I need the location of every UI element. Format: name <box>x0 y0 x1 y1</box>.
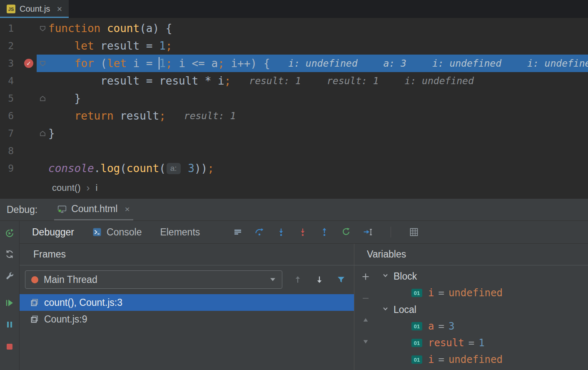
evaluate-expression-icon[interactable] <box>409 228 419 237</box>
add-watch-icon[interactable] <box>361 272 370 281</box>
editor-tab-countjs[interactable]: JS Count.js × <box>0 0 69 18</box>
breadcrumb-item[interactable]: count() <box>52 182 80 193</box>
debug-tab-title: Count.html <box>71 203 117 215</box>
breakpoint-gutter[interactable] <box>21 90 37 107</box>
debug-tool-window: Debug: Count.html × <box>0 199 588 370</box>
inline-debugger-hint: result: 1 <box>327 75 379 86</box>
remove-watch-icon[interactable] <box>361 294 370 303</box>
breadcrumb-item[interactable]: i <box>95 182 97 193</box>
inline-debugger-hint: a: 3 <box>383 58 406 69</box>
code-text: return result; <box>48 110 166 122</box>
refresh-icon[interactable] <box>5 250 14 259</box>
show-execution-point-icon[interactable] <box>233 228 242 237</box>
equals-sign: = <box>468 337 474 349</box>
variable-row[interactable]: 01a=3 <box>376 318 588 335</box>
ide-window: JS Count.js × 1function count(a) {2 let … <box>0 0 588 370</box>
line-number: 4 <box>0 72 21 90</box>
breakpoint-gutter[interactable] <box>21 160 37 177</box>
code-text: function count(a) { <box>48 22 172 35</box>
running-thread-dot-icon <box>31 276 38 283</box>
variable-value: undefined <box>448 287 503 299</box>
breakpoint-gutter[interactable] <box>21 20 37 37</box>
step-over-icon[interactable] <box>255 228 264 237</box>
variable-row[interactable]: 01i=undefined <box>376 285 588 301</box>
line-number: 5 <box>0 90 21 107</box>
pause-icon[interactable] <box>5 320 14 329</box>
debug-config-icon <box>57 205 67 214</box>
force-step-into-icon[interactable] <box>298 228 307 237</box>
drop-frame-icon[interactable] <box>341 228 351 237</box>
toolbar-separator <box>391 227 391 238</box>
debug-window-header: Debug: Count.html × <box>0 199 588 221</box>
variables-body: Block01i=undefinedLocal01a=301result=101… <box>354 265 588 370</box>
code-line-8[interactable]: 8 <box>0 142 588 160</box>
frame-row[interactable]: Count.js:9 <box>20 311 354 328</box>
next-frame-icon[interactable] <box>315 275 324 284</box>
debug-body: Debugger Console Elements <box>0 221 588 370</box>
code-editor[interactable]: 1function count(a) {2 let result = 1;3✓ … <box>0 18 588 177</box>
stack-frame-icon <box>30 315 39 324</box>
editor-tab-title: Count.js <box>20 4 50 14</box>
code-text: console.log(count(a: 3)); <box>48 162 214 175</box>
code-line-2[interactable]: 2 let result = 1; <box>0 37 588 55</box>
fold-start-icon[interactable] <box>37 25 48 32</box>
breakpoint-gutter[interactable] <box>21 107 37 125</box>
tab-close-icon[interactable]: × <box>125 204 130 214</box>
breakpoint-gutter[interactable] <box>21 142 37 160</box>
variable-group-local[interactable]: Local <box>376 301 588 318</box>
move-watch-down-icon[interactable] <box>361 337 370 346</box>
tab-elements[interactable]: Elements <box>160 227 200 238</box>
variable-name: a <box>428 320 434 332</box>
breakpoint-gutter[interactable] <box>21 37 37 55</box>
debug-session-tab[interactable]: Count.html × <box>54 199 133 220</box>
inline-debugger-hint: i: undefined <box>432 58 501 69</box>
breakpoint-icon[interactable]: ✓ <box>21 55 37 72</box>
chevron-down-icon[interactable] <box>382 306 389 314</box>
debug-left-toolbar <box>0 221 20 370</box>
variable-name: result <box>428 337 464 349</box>
breakpoint-gutter[interactable] <box>21 125 37 142</box>
move-watch-up-icon[interactable] <box>361 315 370 325</box>
breakpoint-gutter[interactable] <box>21 72 37 90</box>
variable-group-block[interactable]: Block <box>376 268 588 285</box>
code-text: let result = 1; <box>48 40 172 52</box>
editor-tab-bar: JS Count.js × <box>0 0 588 18</box>
fold-end-icon[interactable] <box>37 130 48 137</box>
code-line-3[interactable]: 3✓ for (let i = 1; i <= a; i++) {i: unde… <box>0 55 588 72</box>
step-into-icon[interactable] <box>277 228 286 237</box>
code-line-1[interactable]: 1function count(a) { <box>0 20 588 37</box>
code-line-5[interactable]: 5 } <box>0 90 588 107</box>
chevron-down-icon[interactable] <box>382 272 389 280</box>
variable-row[interactable]: 01i=undefined <box>376 351 588 368</box>
equals-sign: = <box>438 354 444 365</box>
tab-elements-label: Elements <box>160 227 200 238</box>
previous-frame-icon[interactable] <box>293 275 302 284</box>
stepping-toolbar <box>233 227 419 238</box>
run-to-cursor-icon[interactable] <box>363 228 372 237</box>
code-line-7[interactable]: 7} <box>0 125 588 142</box>
thread-selector[interactable]: Main Thread <box>25 270 282 289</box>
code-line-4[interactable]: 4 result = result * i;result: 1result: 1… <box>0 72 588 90</box>
code-line-6[interactable]: 6 return result;result: 1 <box>0 107 588 125</box>
thread-selector-value: Main Thread <box>44 274 264 285</box>
variable-row[interactable]: 01result=1 <box>376 335 588 351</box>
resume-icon[interactable] <box>5 298 14 308</box>
tab-close-icon[interactable]: × <box>57 5 62 14</box>
parameter-name-hint: a: <box>167 163 181 174</box>
stop-icon[interactable] <box>5 342 14 351</box>
code-line-9[interactable]: 9console.log(count(a: 3)); <box>0 160 588 177</box>
settings-wrench-icon[interactable] <box>5 271 14 280</box>
rerun-icon[interactable] <box>5 229 14 238</box>
debug-window-label: Debug: <box>7 204 37 215</box>
tab-debugger[interactable]: Debugger <box>32 227 74 238</box>
step-out-icon[interactable] <box>320 228 329 237</box>
tab-console[interactable]: Console <box>92 227 142 238</box>
inline-debugger-hint: i: undefined <box>288 58 357 69</box>
tab-debugger-label: Debugger <box>32 227 74 238</box>
filter-frames-icon[interactable] <box>336 275 346 284</box>
fold-start-icon[interactable] <box>37 60 48 67</box>
line-number: 8 <box>0 142 21 160</box>
fold-end-icon[interactable] <box>37 95 48 102</box>
frame-row[interactable]: count(), Count.js:3 <box>20 294 354 311</box>
variable-group-label: Local <box>394 304 416 315</box>
